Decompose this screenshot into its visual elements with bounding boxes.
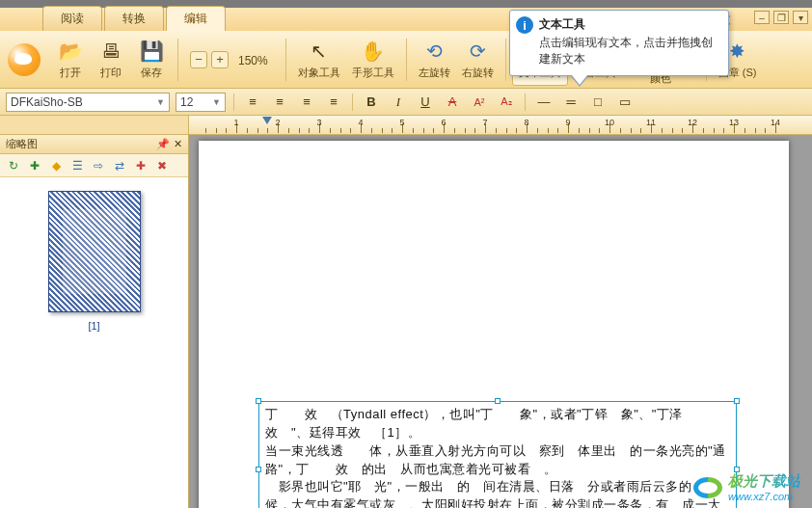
align-left-button[interactable]: ≡ [242, 93, 263, 112]
thumbnails-toolbar: ↻ ✚ ◆ ☰ ⇨ ⇄ ✚ ✖ [0, 154, 188, 177]
window-hide[interactable]: ▾ [793, 11, 808, 24]
format-separator [233, 94, 234, 111]
align-right-button[interactable]: ≡ [296, 93, 317, 112]
box-style-a-button[interactable]: □ [587, 93, 609, 112]
rotate-right-button[interactable]: ⟳ 右旋转 [456, 34, 500, 86]
bold-button[interactable]: B [361, 93, 382, 112]
site-watermark: 极光下载站 www.xz7.com [693, 472, 800, 502]
subscript-button[interactable]: A₂ [496, 93, 517, 112]
cursor-icon: ↖ [307, 39, 332, 64]
window-minimize[interactable]: – [754, 11, 770, 24]
rotl-label: 左旋转 [419, 66, 450, 80]
info-icon: i [516, 16, 533, 34]
layers-icon[interactable]: ☰ [69, 158, 85, 174]
resize-handle[interactable] [495, 398, 501, 404]
font-size-value: 12 [180, 95, 193, 109]
text-frame[interactable]: 丁 效 （Tyndall effect），也叫"丁 象"，或者"丁铎 象"、"丁… [258, 401, 737, 508]
swap-icon[interactable]: ⇄ [112, 158, 127, 174]
resize-handle[interactable] [256, 398, 261, 404]
rotate-left-button[interactable]: ⟲ 左旋转 [413, 34, 456, 86]
font-family-combo[interactable]: DFKaiSho-SB▼ [6, 93, 170, 112]
printer-icon: 🖶 [98, 39, 123, 64]
format-toolbar: DFKaiSho-SB▼ 12▼ ≡ ≡ ≡ ≡ B I U A A² A₂ —… [0, 89, 812, 116]
print-label: 打印 [100, 66, 122, 80]
chevron-down-icon: ▼ [156, 97, 165, 107]
toolbar-separator [285, 39, 286, 81]
thumbnails-header: 缩略图 📌 ✕ [0, 135, 188, 154]
rotr-label: 右旋转 [462, 66, 494, 80]
page-thumbnail[interactable] [48, 191, 141, 312]
add-red-icon[interactable]: ✚ [133, 158, 149, 174]
save-button[interactable]: 💾 保存 [131, 34, 172, 86]
format-separator [352, 94, 353, 111]
main-area: 缩略图 📌 ✕ ↻ ✚ ◆ ☰ ⇨ ⇄ ✚ ✖ [1] 丁 效 （Tyndall… [0, 135, 812, 508]
strikethrough-button[interactable]: A [442, 93, 463, 112]
toolbar-separator [177, 39, 178, 81]
align-justify-button[interactable]: ≡ [323, 93, 344, 112]
bookmark-icon[interactable]: ◆ [48, 158, 64, 174]
ruler-ticks: 1234567891011121314 [195, 116, 812, 135]
rotate-left-icon: ⟲ [421, 39, 447, 64]
ruler-corner [0, 116, 189, 135]
pin-icon[interactable]: 📌 [156, 138, 170, 150]
superscript-button[interactable]: A² [469, 93, 490, 112]
resize-handle[interactable] [256, 467, 261, 472]
thumbnail-caption: [1] [88, 320, 99, 332]
align-left-icon: ≡ [249, 94, 257, 109]
zoom-label: 150% [238, 54, 268, 67]
font-family-value: DFKaiSho-SB [11, 95, 83, 109]
thumbnails-panel: 缩略图 📌 ✕ ↻ ✚ ◆ ☰ ⇨ ⇄ ✚ ✖ [1] [0, 135, 189, 508]
rotate-right-icon: ⟳ [465, 39, 490, 64]
italic-button[interactable]: I [388, 93, 409, 112]
watermark-title: 极光下载站 [728, 472, 800, 491]
hand-icon: ✋ [361, 39, 386, 64]
page[interactable]: 丁 效 （Tyndall effect），也叫"丁 象"，或者"丁铎 象"、"丁… [199, 141, 789, 508]
watermark-url: www.xz7.com [728, 491, 800, 502]
add-page-icon[interactable]: ✚ [27, 158, 42, 174]
tooltip-body: 点击编辑现有文本，点击并拖拽创建新文本 [539, 35, 720, 67]
tooltip: i 文本工具 点击编辑现有文本，点击并拖拽创建新文本 [509, 10, 729, 76]
document-view[interactable]: 丁 效 （Tyndall effect），也叫"丁 象"，或者"丁铎 象"、"丁… [189, 135, 812, 508]
horizontal-ruler[interactable]: 1234567891011121314 [0, 116, 812, 135]
thumbnails-title: 缩略图 [6, 137, 38, 151]
toolbar-separator [505, 39, 506, 81]
align-justify-icon: ≡ [330, 94, 338, 109]
line-style-a-button[interactable]: — [533, 93, 555, 112]
zoom-out-button[interactable]: − [190, 51, 207, 68]
hand-label: 手形工具 [352, 66, 394, 80]
align-center-icon: ≡ [276, 94, 284, 109]
box-style-b-button[interactable]: ▭ [614, 93, 636, 112]
window-restore[interactable]: ❐ [773, 11, 789, 24]
open-label: 打开 [60, 66, 81, 80]
document-text[interactable]: 丁 效 （Tyndall effect），也叫"丁 象"，或者"丁铎 象"、"丁… [265, 407, 726, 508]
select-tool-button[interactable]: ↖ 对象工具 [292, 34, 346, 86]
refresh-icon[interactable]: ↻ [6, 158, 21, 174]
export-icon[interactable]: ⇨ [91, 158, 106, 174]
line-style-b-button[interactable]: ═ [560, 93, 582, 112]
close-icon[interactable]: ✕ [174, 138, 182, 150]
align-center-button[interactable]: ≡ [269, 93, 290, 112]
print-button[interactable]: 🖶 打印 [91, 34, 131, 86]
font-size-combo[interactable]: 12▼ [176, 93, 226, 112]
underline-button[interactable]: U [415, 93, 436, 112]
zoom-level[interactable]: 150% [232, 50, 274, 69]
select-label: 对象工具 [298, 66, 340, 80]
tab-read[interactable]: 阅读 [42, 6, 102, 31]
tab-edit[interactable]: 编辑 [166, 6, 226, 31]
tooltip-title: 文本工具 [539, 16, 720, 33]
hand-tool-button[interactable]: ✋ 手形工具 [346, 34, 400, 86]
open-button[interactable]: 📂 打开 [50, 34, 91, 86]
folder-open-icon: 📂 [58, 39, 83, 64]
toolbar-separator [406, 39, 407, 81]
delete-icon[interactable]: ✖ [154, 158, 170, 174]
save-icon: 💾 [139, 39, 164, 64]
zoom-in-button[interactable]: + [211, 51, 229, 68]
zoom-controls: − + 150% [184, 50, 280, 69]
tab-convert[interactable]: 转换 [104, 6, 164, 31]
watermark-logo-icon [693, 477, 722, 498]
resize-handle[interactable] [734, 398, 740, 404]
align-right-icon: ≡ [303, 94, 311, 109]
chevron-down-icon: ▼ [212, 97, 221, 107]
thumbnails-list: [1] [0, 177, 188, 508]
format-separator [525, 94, 526, 111]
